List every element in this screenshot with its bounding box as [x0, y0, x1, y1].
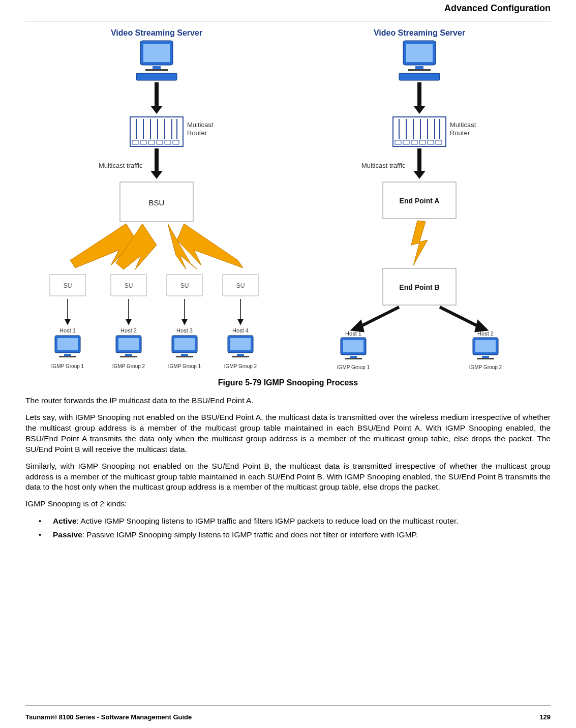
router-icon	[130, 117, 183, 146]
svg-marker-86	[476, 322, 486, 330]
page-number: 129	[539, 713, 551, 721]
lightning-icon	[177, 224, 243, 268]
group-label: IGMP Group 2	[224, 363, 257, 369]
svg-marker-36	[65, 319, 70, 324]
host-label: Host 4	[232, 327, 249, 333]
svg-rect-15	[132, 140, 138, 144]
svg-rect-62	[408, 69, 431, 71]
svg-rect-52	[174, 338, 195, 350]
svg-marker-26	[177, 224, 243, 268]
svg-marker-38	[126, 319, 131, 324]
svg-rect-76	[411, 140, 417, 144]
list-item-label: Active	[53, 517, 77, 525]
svg-rect-16	[140, 140, 146, 144]
arrow-down-icon	[413, 148, 426, 179]
list-item: Passive: Passive IGMP Snooping simply li…	[39, 529, 551, 540]
host-label: Host 2	[120, 327, 137, 333]
host-label: Host 1	[59, 327, 76, 333]
arrow-diag-icon	[353, 307, 486, 330]
svg-rect-80	[417, 148, 421, 171]
svg-rect-2	[153, 66, 161, 69]
svg-rect-57	[237, 354, 244, 356]
svg-rect-21	[155, 148, 159, 171]
group-label: IGMP Group 1	[168, 363, 201, 369]
svg-rect-48	[118, 338, 139, 350]
router-label: Multicast	[187, 121, 214, 129]
svg-marker-22	[150, 171, 163, 179]
svg-rect-18	[157, 140, 163, 144]
group-label: IGMP Group 1	[51, 363, 84, 369]
svg-rect-64	[417, 82, 421, 106]
svg-rect-92	[475, 340, 496, 352]
svg-rect-53	[181, 354, 188, 356]
paragraph: Similarly, with IGMP Snooping not enable…	[25, 461, 551, 493]
diagram-right: Video Streaming Server	[288, 26, 551, 374]
svg-rect-78	[428, 140, 434, 144]
svg-rect-93	[482, 356, 489, 358]
group-label: IGMP Group 2	[112, 363, 145, 369]
svg-marker-42	[238, 319, 243, 324]
svg-text:SU: SU	[236, 282, 245, 289]
svg-text:SU: SU	[125, 282, 133, 289]
host-icon	[55, 336, 253, 357]
video-server-label: Video Streaming Server	[111, 28, 202, 37]
paragraph: IGMP Snooping is of 2 kinds:	[25, 499, 551, 509]
paragraph: Lets say, with IGMP Snooping not enabled…	[25, 412, 551, 455]
router-label-2: Router	[450, 129, 470, 137]
svg-rect-17	[148, 140, 155, 144]
figure-caption: Figure 5-79 IGMP Snooping Process	[25, 378, 551, 387]
router-label-2: Router	[187, 129, 207, 137]
server-icon	[399, 41, 440, 80]
svg-rect-54	[176, 356, 193, 357]
svg-rect-56	[230, 338, 251, 350]
figure-area: Video Streaming Server	[25, 26, 551, 374]
svg-rect-45	[64, 354, 71, 356]
host-icon	[341, 338, 498, 359]
su-row: SU SU SU SU	[50, 275, 258, 296]
group-label: IGMP Group 1	[337, 365, 370, 370]
svg-rect-94	[477, 358, 494, 359]
list-item-text: : Passive IGMP Snooping simply listens t…	[82, 530, 418, 539]
host-label: Host 2	[477, 330, 494, 337]
svg-rect-88	[343, 340, 363, 352]
svg-marker-6	[150, 106, 163, 114]
svg-rect-50	[120, 356, 137, 357]
bsu-label: BSU	[149, 198, 165, 207]
svg-rect-44	[57, 338, 78, 350]
svg-rect-90	[345, 358, 362, 359]
traffic-label: Multicast traffic	[99, 162, 143, 169]
body-text: The router forwards the IP multicast dat…	[25, 396, 551, 540]
diagram-left: Video Streaming Server	[25, 26, 288, 374]
endpoint-b-label: End Point B	[399, 283, 439, 291]
list-item-text: : Active IGMP Snooping listens to IGMP t…	[77, 517, 459, 525]
svg-rect-4	[136, 73, 177, 80]
server-icon	[136, 41, 177, 80]
svg-rect-60	[406, 44, 433, 62]
svg-marker-82	[411, 221, 428, 265]
endpoint-a-label: End Point A	[399, 197, 439, 205]
footer-title: Tsunami® 8100 Series - Software Manageme…	[25, 713, 192, 721]
svg-rect-58	[232, 356, 249, 357]
svg-line-85	[440, 307, 480, 327]
svg-rect-89	[350, 356, 357, 358]
page-header: Advanced Configuration	[25, 0, 551, 14]
svg-text:SU: SU	[180, 282, 189, 289]
svg-rect-79	[436, 140, 442, 144]
svg-rect-5	[155, 82, 159, 106]
svg-text:SU: SU	[64, 282, 72, 289]
list-item: Active: Active IGMP Snooping listens to …	[39, 515, 551, 527]
arrow-down-icon	[150, 148, 163, 179]
arrow-down-icon	[150, 82, 163, 114]
svg-line-83	[358, 307, 399, 327]
group-label: IGMP Group 2	[469, 365, 502, 370]
router-label: Multicast	[450, 121, 476, 129]
svg-marker-81	[413, 171, 426, 179]
host-label: Host 1	[345, 330, 361, 337]
svg-marker-84	[353, 322, 362, 330]
router-icon	[393, 117, 446, 146]
video-server-label: Video Streaming Server	[374, 28, 465, 37]
svg-rect-49	[125, 354, 132, 356]
arrow-down-icon	[65, 299, 243, 324]
svg-rect-46	[59, 356, 76, 357]
header-rule	[25, 21, 551, 21]
